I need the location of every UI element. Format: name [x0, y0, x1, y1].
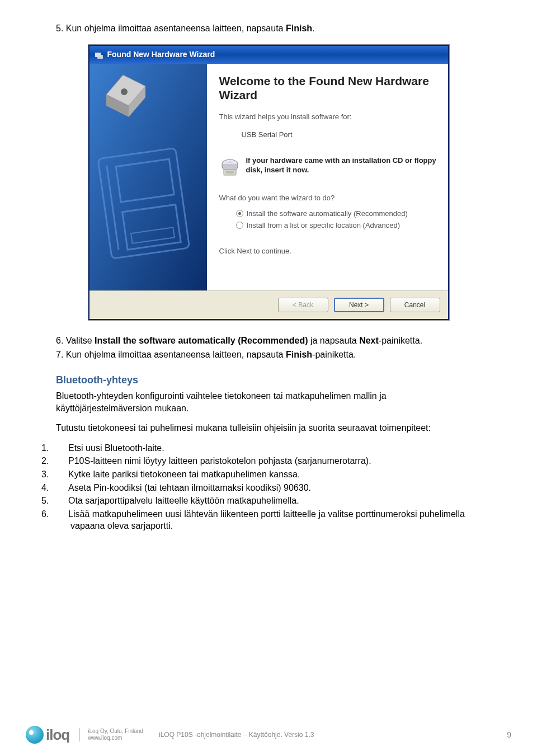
wizard-body: Welcome to the Found New Hardware Wizard… — [90, 64, 448, 290]
list-item: 4.Aseta Pin-koodiksi (tai tehtaan ilmoit… — [56, 482, 481, 494]
doc-title: iLOQ P10S -ohjelmointilaite – Käyttöohje… — [159, 730, 314, 739]
wizard-title: Found New Hardware Wizard — [107, 49, 215, 60]
wizard-button-row: < Back Next > Cancel — [90, 290, 448, 319]
list-item-text: Etsi uusi Bluetooth-laite. — [68, 443, 164, 453]
steps-6-7: 6. Valitse Install the software automati… — [56, 335, 481, 361]
list-item: 3.Kytke laite pariksi tietokoneen tai ma… — [56, 468, 481, 481]
logo: iloq — [26, 725, 69, 745]
wizard-device-name: USB Serial Port — [242, 130, 437, 140]
wizard-question: What do you want the wizard to do? — [219, 193, 437, 203]
radio-list-label: Install from a list or specific location… — [247, 220, 401, 231]
list-item: 2.P10S-laitteen nimi löytyy laitteen par… — [56, 455, 481, 467]
t: Valitse — [66, 336, 95, 345]
logo-icon — [26, 726, 44, 744]
radio-auto-label: Install the software automatically (Reco… — [247, 209, 408, 219]
cancel-button[interactable]: Cancel — [390, 298, 440, 312]
cd-icon — [219, 156, 241, 177]
wizard-cd-text: If your hardware came with an installati… — [246, 156, 437, 175]
step-6-bold2: Next — [359, 336, 379, 345]
svg-rect-1 — [97, 55, 103, 59]
radio-list[interactable]: Install from a list or specific location… — [236, 220, 437, 231]
wizard-titlebar: Found New Hardware Wizard — [90, 46, 448, 64]
list-item: 1.Etsi uusi Bluetooth-laite. — [56, 442, 481, 454]
t: -painiketta. — [312, 350, 356, 359]
step-7-bold: Finish — [286, 350, 312, 359]
page-number: 9 — [507, 730, 511, 740]
step-5-finish: Finish — [286, 24, 312, 33]
step-6-bold1: Install the software automatically (Reco… — [95, 336, 310, 345]
bluetooth-heading: Bluetooth-yhteys — [56, 373, 481, 387]
step-5-suffix: . — [312, 24, 314, 33]
t: -painiketta. — [379, 336, 422, 345]
wizard-helps-text: This wizard helps you install software f… — [219, 112, 437, 122]
list-item: 6.Lisää matkapuhelimeen uusi lähtevän li… — [56, 508, 481, 532]
step-7-num: 7. — [56, 350, 63, 359]
hardware-icon — [94, 50, 104, 60]
t: Kun ohjelma ilmoittaa asentaneensa laitt… — [66, 350, 286, 359]
step-5-num: 5. — [56, 24, 63, 33]
list-item-text: Ota sarjaporttipalvelu laitteelle käyttö… — [68, 496, 299, 505]
t: ja napsauta — [310, 336, 359, 345]
page-footer: iloq iLoq Oy, Oulu, Finland www.iloq.com… — [0, 725, 537, 745]
next-button[interactable]: Next > — [334, 298, 384, 312]
list-item-text: Kytke laite pariksi tietokoneen tai matk… — [68, 469, 300, 479]
radio-icon — [236, 222, 243, 229]
list-item-text: Aseta Pin-koodiksi (tai tehtaan ilmoitta… — [68, 483, 311, 492]
step-5: 5. Kun ohjelma ilmoittaa asentaneensa la… — [56, 22, 481, 35]
step-5-prefix: Kun ohjelma ilmoittaa asentaneensa laitt… — [66, 24, 286, 33]
bluetooth-intro-2: Tutustu tietokoneesi tai puhelimesi muka… — [56, 422, 481, 434]
svg-point-6 — [121, 88, 128, 95]
list-item-text: Lisää matkapuhelimeen uusi lähtevän liik… — [68, 509, 465, 531]
bluetooth-list: 1.Etsi uusi Bluetooth-laite. 2.P10S-lait… — [56, 442, 481, 532]
radio-auto[interactable]: Install the software automatically (Reco… — [236, 209, 437, 219]
list-item: 5.Ota sarjaporttipalvelu laitteelle käyt… — [56, 495, 481, 507]
company-url: www.iloq.com — [88, 735, 143, 741]
back-button: < Back — [278, 298, 328, 312]
svg-rect-15 — [226, 171, 234, 173]
step-6: 6. Valitse Install the software automati… — [56, 335, 481, 347]
company-address: iLoq Oy, Oulu, Finland www.iloq.com — [79, 728, 143, 741]
wizard-continue: Click Next to continue. — [219, 246, 437, 256]
step-6-num: 6. — [56, 336, 63, 345]
wizard-window: Found New Hardware Wizard — [88, 45, 449, 320]
wizard-main: Welcome to the Found New Hardware Wizard… — [207, 64, 448, 290]
wizard-side-graphic — [90, 64, 207, 290]
logo-text: iloq — [46, 725, 69, 745]
step-7: 7. Kun ohjelma ilmoittaa asentaneensa la… — [56, 349, 481, 361]
list-item-text: P10S-laitteen nimi löytyy laitteen paris… — [68, 456, 371, 466]
wizard-cd-row: If your hardware came with an installati… — [219, 156, 437, 177]
wizard-heading: Welcome to the Found New Hardware Wizard — [219, 74, 437, 102]
company-name: iLoq Oy, Oulu, Finland — [88, 728, 143, 735]
bluetooth-intro-1: Bluetooth-yhteyden konfigurointi vaihtel… — [56, 390, 481, 414]
radio-icon — [236, 210, 243, 217]
